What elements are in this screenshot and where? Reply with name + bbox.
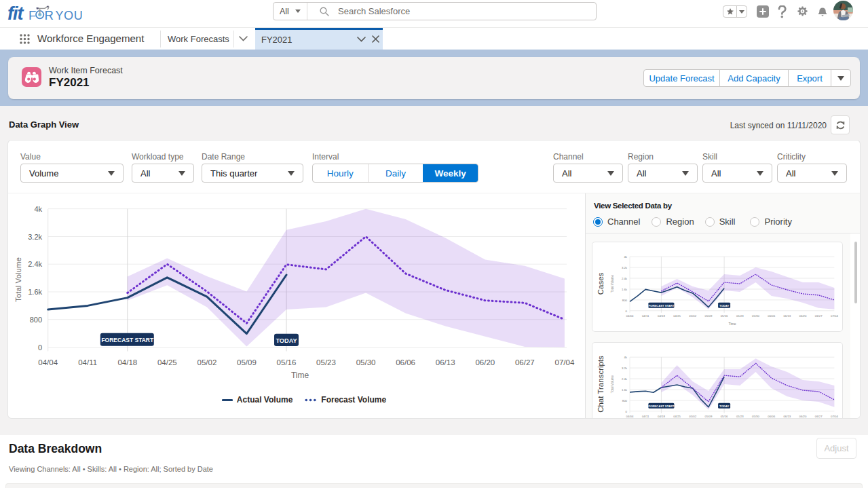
svg-text:TODAY: TODAY xyxy=(276,337,297,344)
svg-text:FORECAST START: FORECAST START xyxy=(101,337,154,343)
svg-text:R: R xyxy=(45,8,54,22)
svg-text:05/02: 05/02 xyxy=(689,415,696,418)
svg-text:05/16: 05/16 xyxy=(721,415,728,418)
svg-text:0: 0 xyxy=(626,410,628,413)
svg-text:05/02: 05/02 xyxy=(197,358,217,367)
svg-text:Chat Transcripts: Chat Transcripts xyxy=(597,356,605,413)
svg-text:06/06: 06/06 xyxy=(768,415,775,418)
svg-text:06/27: 06/27 xyxy=(515,358,535,367)
svg-text:3.2k: 3.2k xyxy=(622,266,628,269)
svg-text:04/11: 04/11 xyxy=(642,314,649,318)
svg-text:04/25: 04/25 xyxy=(673,415,681,418)
svg-text:Total Volume: Total Volume xyxy=(611,375,614,393)
svg-text:Total Volume: Total Volume xyxy=(611,274,614,293)
svg-text:04/25: 04/25 xyxy=(673,314,681,318)
svg-text:07/04: 07/04 xyxy=(831,314,838,318)
svg-text:05/23: 05/23 xyxy=(736,314,744,318)
svg-text:05/30: 05/30 xyxy=(752,415,759,418)
svg-text:04/18: 04/18 xyxy=(658,415,665,418)
svg-text:05/02: 05/02 xyxy=(689,314,696,318)
svg-text:04/04: 04/04 xyxy=(626,415,634,418)
svg-text:05/30: 05/30 xyxy=(356,358,376,367)
svg-text:06/06: 06/06 xyxy=(396,358,415,367)
svg-text:06/20: 06/20 xyxy=(475,358,495,367)
svg-text:YOU: YOU xyxy=(56,9,83,22)
svg-text:4k: 4k xyxy=(624,255,627,259)
svg-text:0: 0 xyxy=(38,343,42,352)
svg-text:800: 800 xyxy=(622,299,628,302)
svg-text:800: 800 xyxy=(30,316,42,324)
svg-text:1.6k: 1.6k xyxy=(28,288,42,296)
svg-text:04/04: 04/04 xyxy=(38,358,58,367)
svg-text:4k: 4k xyxy=(624,356,627,359)
svg-text:Time: Time xyxy=(729,322,736,326)
svg-text:07/04: 07/04 xyxy=(555,358,575,367)
svg-text:05/09: 05/09 xyxy=(237,358,257,367)
svg-text:1.6k: 1.6k xyxy=(622,288,628,291)
svg-text:06/20: 06/20 xyxy=(799,314,807,318)
svg-text:05/23: 05/23 xyxy=(316,358,336,367)
svg-text:800: 800 xyxy=(622,399,628,402)
svg-text:2.4k: 2.4k xyxy=(622,277,628,280)
svg-text:04/18: 04/18 xyxy=(658,314,665,318)
svg-text:05/23: 05/23 xyxy=(736,415,744,418)
svg-text:FORECAST START: FORECAST START xyxy=(648,405,674,408)
svg-text:2.4k: 2.4k xyxy=(622,377,628,381)
svg-text:06/06: 06/06 xyxy=(768,314,775,318)
svg-text:FORECAST START: FORECAST START xyxy=(648,304,674,307)
svg-text:06/13: 06/13 xyxy=(783,314,791,318)
svg-text:1.6k: 1.6k xyxy=(622,388,628,392)
svg-text:Time: Time xyxy=(291,371,309,380)
svg-text:07/04: 07/04 xyxy=(831,415,838,418)
svg-text:04/11: 04/11 xyxy=(78,358,97,367)
svg-text:06/20: 06/20 xyxy=(799,415,807,418)
svg-text:TODAY: TODAY xyxy=(719,405,729,408)
svg-text:3.2k: 3.2k xyxy=(28,233,42,241)
svg-text:04/18: 04/18 xyxy=(117,358,137,367)
svg-text:06/27: 06/27 xyxy=(815,314,823,318)
svg-text:05/30: 05/30 xyxy=(752,314,759,318)
svg-text:04/04: 04/04 xyxy=(626,314,634,318)
svg-text:3.2k: 3.2k xyxy=(622,367,628,370)
svg-text:05/09: 05/09 xyxy=(705,415,713,418)
svg-text:Cases: Cases xyxy=(597,272,605,295)
svg-text:04/11: 04/11 xyxy=(642,415,649,418)
svg-text:06/27: 06/27 xyxy=(815,415,823,418)
svg-text:04/25: 04/25 xyxy=(157,358,177,367)
svg-text:05/09: 05/09 xyxy=(705,314,713,318)
svg-text:06/13: 06/13 xyxy=(436,358,455,367)
svg-text:4k: 4k xyxy=(34,205,42,213)
svg-text:06/13: 06/13 xyxy=(783,415,791,418)
svg-text:05/16: 05/16 xyxy=(721,314,728,318)
svg-text:fit: fit xyxy=(7,3,24,24)
svg-text:2.4k: 2.4k xyxy=(28,260,42,268)
svg-text:TODAY: TODAY xyxy=(719,304,729,307)
svg-text:Total Volume: Total Volume xyxy=(14,257,22,302)
svg-text:05/16: 05/16 xyxy=(277,358,297,367)
svg-text:0: 0 xyxy=(626,309,628,313)
